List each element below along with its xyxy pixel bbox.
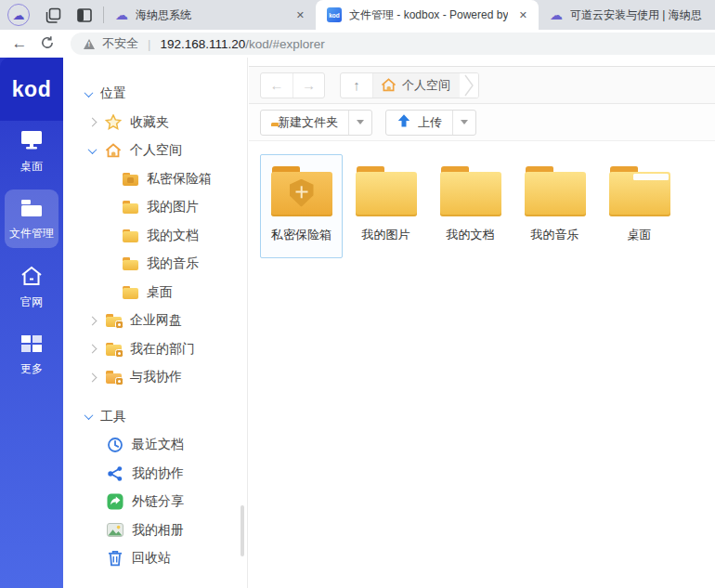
close-tab-icon[interactable]: ✕ [292, 7, 308, 23]
grid-icon [20, 333, 44, 357]
sidebar-item-website[interactable]: 官网 [5, 256, 58, 317]
tree-label: 回收站 [132, 550, 171, 567]
tree-item-my-music[interactable]: 我的音乐 [63, 250, 247, 279]
chevron-right-icon[interactable] [85, 346, 98, 352]
tree-label: 工具 [100, 409, 126, 425]
folder-tree-panel: 位置 收藏夹 个人空间 [63, 58, 248, 588]
folder-icon [525, 166, 586, 216]
app-sidebar: kod 桌面 文件管理 [0, 58, 63, 588]
tree-label: 我的协作 [132, 465, 184, 482]
browser-tab-hainasi[interactable]: ☁ 海纳思系统 ✕ [104, 0, 316, 30]
tab-title: 文件管理 - kodbox - Powered by [349, 7, 508, 23]
divider: | [146, 37, 152, 51]
tree-label: 与我协作 [130, 369, 182, 385]
tree-label: 我的相册 [132, 522, 184, 539]
file-item-my-pictures[interactable]: 我的图片 [344, 154, 427, 258]
caret-down-icon [357, 120, 364, 124]
new-folder-dropdown-button[interactable] [348, 111, 371, 135]
tree-item-personal-space[interactable]: 个人空间 [63, 137, 247, 165]
tree-item-my-documents[interactable]: 我的文档 [63, 222, 247, 251]
tree-label: 企业网盘 [130, 312, 182, 329]
browser-reload-icon[interactable] [33, 34, 61, 53]
back-button[interactable]: ← [261, 73, 292, 98]
tree-label: 私密保险箱 [147, 171, 212, 188]
sidebar-item-file-manager[interactable]: 文件管理 [5, 189, 58, 248]
file-item-my-documents[interactable]: 我的文档 [429, 154, 512, 258]
new-folder-button[interactable]: 新建文件夹 [261, 111, 348, 135]
folder-icon [121, 201, 139, 214]
folder-share-icon [104, 371, 123, 384]
breadcrumb-segment-personal-space[interactable]: 个人空间 [372, 73, 460, 98]
tree-item-recycle-bin[interactable]: 回收站 [63, 544, 247, 573]
kod-logo[interactable]: kod [0, 58, 63, 121]
breadcrumb: ↑ 个人空间 [340, 72, 479, 98]
folder-icon [440, 166, 501, 216]
file-item-desktop[interactable]: 桌面 [598, 154, 681, 258]
tree-item-enterprise-drive[interactable]: 企业网盘 [63, 307, 247, 335]
browser-back-icon[interactable]: ← [6, 34, 33, 53]
folder-icon [121, 229, 139, 242]
folder-vault-icon [121, 173, 139, 186]
navigation-bar: ← → ↑ 个人空间 [249, 67, 715, 104]
sidebar-item-more[interactable]: 更多 [5, 325, 58, 384]
tree-item-my-albums[interactable]: 我的相册 [63, 516, 247, 545]
browser-tab-kodbox-active[interactable]: kod 文件管理 - kodbox - Powered by ✕ [316, 0, 539, 30]
tree-item-private-safe[interactable]: 私密保险箱 [63, 165, 247, 194]
folder-icon [20, 198, 44, 221]
url-text: 192.168.111.20/kod/#explorer [160, 37, 324, 51]
sidebar-item-label: 文件管理 [9, 226, 54, 242]
file-browser-main: ← → ↑ 个人空间 [249, 58, 715, 588]
tree-item-desktop[interactable]: 桌面 [63, 279, 247, 307]
tree-section-tools[interactable]: 工具 [63, 403, 247, 432]
new-folder-label: 新建文件夹 [278, 114, 338, 131]
sidebar-toggle-icon[interactable] [77, 8, 92, 22]
action-toolbar: 新建文件夹 上传 [249, 104, 715, 141]
chevron-right-icon[interactable] [85, 318, 98, 324]
tab-stack-icon[interactable] [46, 7, 61, 23]
up-button[interactable]: ↑ [341, 73, 372, 98]
chevron-down-icon[interactable] [82, 413, 95, 420]
tree-label: 外链分享 [132, 493, 184, 510]
file-item-private-safe[interactable]: 私密保险箱 [260, 154, 343, 258]
upload-button[interactable]: 上传 [386, 111, 452, 135]
chevron-down-icon[interactable] [82, 91, 95, 98]
chevron-right-icon[interactable] [85, 119, 98, 125]
tree-item-my-collaboration[interactable]: 我的协作 [63, 460, 247, 489]
tree-item-my-department[interactable]: 我在的部门 [63, 335, 247, 364]
tree-section-file-types[interactable]: 文件类型 [63, 582, 247, 588]
tree-item-external-share[interactable]: 外链分享 [63, 488, 247, 516]
breadcrumb-chevron-icon [460, 73, 478, 98]
sidebar-item-desktop[interactable]: 桌面 [5, 121, 58, 181]
file-item-my-music[interactable]: 我的音乐 [514, 154, 596, 258]
photo-album-icon [106, 523, 124, 537]
browser-tab-kodcloud-docs[interactable]: ☁ 可道云安装与使用 | 海纳思 [539, 0, 715, 30]
tree-item-my-pictures[interactable]: 我的图片 [63, 193, 247, 222]
forward-button[interactable]: → [292, 73, 324, 98]
home-icon [381, 78, 396, 93]
desktop-icon [20, 129, 44, 154]
folder-vault-icon [271, 166, 332, 216]
browser-cloud-logo-icon[interactable]: ☁ [7, 4, 30, 26]
folder-icon [121, 286, 139, 299]
tree-label: 收藏夹 [130, 114, 169, 131]
chevron-right-icon[interactable] [85, 374, 98, 381]
close-tab-icon[interactable]: ✕ [515, 7, 531, 23]
address-url-field[interactable]: 不安全 | 192.168.111.20/kod/#explorer [71, 33, 715, 55]
chevron-down-icon[interactable] [85, 148, 98, 154]
browser-address-bar: ← 不安全 | 192.168.111.20/kod/#explorer [0, 30, 715, 58]
tree-label: 个人空间 [130, 142, 182, 159]
folder-icon [356, 166, 417, 216]
upload-dropdown-button[interactable] [452, 111, 475, 135]
folder-icon [121, 257, 139, 270]
tree-item-shared-with-me[interactable]: 与我协作 [63, 363, 247, 392]
tree-section-location[interactable]: 位置 [63, 80, 247, 109]
tree-item-recent-documents[interactable]: 最近文档 [63, 431, 247, 460]
breadcrumb-label: 个人空间 [402, 77, 450, 94]
upload-label: 上传 [418, 114, 442, 131]
home-icon [104, 143, 123, 158]
tree-label: 我在的部门 [130, 341, 195, 358]
tree-item-favorites[interactable]: 收藏夹 [63, 109, 247, 137]
tree-label: 我的音乐 [147, 255, 199, 272]
tree-scrollbar[interactable] [240, 505, 244, 556]
kodbox-app: kod 桌面 文件管理 [0, 58, 715, 588]
